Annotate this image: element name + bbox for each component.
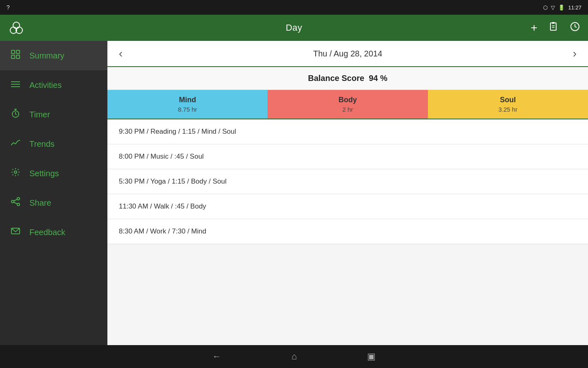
- category-bar-soul[interactable]: Soul 3.25 hr: [428, 90, 588, 119]
- soul-hours: 3.25 hr: [498, 106, 517, 113]
- balance-score-text: Balance Score 94 %: [308, 74, 388, 83]
- svg-point-21: [17, 203, 20, 206]
- sidebar-item-summary[interactable]: Summary: [0, 41, 107, 70]
- mind-hours: 8.75 hr: [178, 106, 197, 113]
- body-hours: 2 hr: [343, 106, 353, 113]
- balance-score-section: Balance Score 94 %: [107, 67, 588, 90]
- recents-button[interactable]: ▣: [361, 348, 382, 365]
- sidebar-item-settings[interactable]: Settings: [0, 159, 107, 188]
- main-layout: Summary Activities Timer: [0, 41, 588, 345]
- svg-point-20: [11, 200, 14, 203]
- date-navigation: ‹ Thu / Aug 28, 2014 ›: [107, 41, 588, 67]
- activities-icon: [10, 80, 21, 90]
- activity-item[interactable]: 9:30 PM / Reading / 1:15 / Mind / Soul: [107, 119, 588, 144]
- category-bar-body[interactable]: Body 2 hr: [267, 90, 428, 119]
- sidebar: Summary Activities Timer: [0, 41, 107, 345]
- category-bar-mind[interactable]: Mind 8.75 hr: [107, 90, 267, 119]
- svg-rect-9: [16, 50, 20, 54]
- app-bar-actions: +: [531, 21, 580, 34]
- svg-point-0: [13, 22, 20, 29]
- bottom-navigation: ← ⌂ ▣: [0, 345, 588, 368]
- soul-label: Soul: [500, 96, 516, 104]
- body-label: Body: [339, 96, 357, 104]
- sidebar-item-label-trends: Trends: [29, 139, 55, 149]
- sidebar-item-label-share: Share: [29, 198, 51, 208]
- sidebar-item-label-summary: Summary: [29, 51, 65, 61]
- app-bar: Day +: [0, 15, 588, 41]
- svg-rect-8: [11, 50, 15, 54]
- svg-point-19: [17, 197, 20, 200]
- wifi-icon: ▽: [551, 4, 555, 11]
- sidebar-item-label-activities: Activities: [29, 81, 62, 90]
- battery-icon: 🔋: [558, 4, 565, 11]
- trends-icon: [10, 139, 21, 149]
- settings-icon: [10, 168, 21, 179]
- clipboard-button[interactable]: [549, 22, 559, 34]
- add-button[interactable]: +: [531, 21, 537, 34]
- svg-rect-4: [552, 22, 555, 24]
- sidebar-item-label-timer: Timer: [29, 110, 50, 119]
- timer-icon: [10, 109, 21, 120]
- svg-point-18: [14, 171, 17, 173]
- svg-rect-3: [550, 23, 556, 30]
- clock-button[interactable]: [570, 22, 580, 34]
- bluetooth-icon: ⬡: [543, 4, 548, 11]
- share-icon: [10, 197, 21, 209]
- back-button[interactable]: ←: [206, 348, 228, 365]
- page-title: Day: [286, 22, 303, 33]
- feedback-icon: [10, 227, 21, 238]
- sidebar-item-share[interactable]: Share: [0, 188, 107, 218]
- summary-icon: [10, 50, 21, 61]
- svg-line-23: [14, 202, 17, 204]
- status-right-icons: ⬡ ▽ 🔋 11:27: [543, 4, 581, 11]
- content-area: ‹ Thu / Aug 28, 2014 › Balance Score 94 …: [107, 41, 588, 345]
- sidebar-item-feedback[interactable]: Feedback: [0, 218, 107, 247]
- next-date-button[interactable]: ›: [570, 44, 580, 63]
- current-date: Thu / Aug 28, 2014: [313, 49, 382, 58]
- sidebar-item-label-settings: Settings: [29, 169, 59, 178]
- status-time: 11:27: [568, 4, 581, 11]
- svg-rect-10: [11, 55, 15, 58]
- home-button[interactable]: ⌂: [285, 348, 303, 365]
- sidebar-item-trends[interactable]: Trends: [0, 129, 107, 159]
- status-bar: ? ⬡ ▽ 🔋 11:27: [0, 0, 588, 15]
- sidebar-item-activities[interactable]: Activities: [0, 70, 107, 100]
- sidebar-item-timer[interactable]: Timer: [0, 100, 107, 129]
- sidebar-item-label-feedback: Feedback: [29, 228, 65, 237]
- category-bars: Mind 8.75 hr Body 2 hr Soul 3.25 hr: [107, 90, 588, 119]
- prev-date-button[interactable]: ‹: [116, 44, 126, 63]
- app-logo: [8, 20, 24, 36]
- svg-line-22: [14, 200, 17, 201]
- activity-item[interactable]: 5:30 PM / Yoga / 1:15 / Body / Soul: [107, 169, 588, 194]
- activity-item[interactable]: 8:00 PM / Music / :45 / Soul: [107, 144, 588, 169]
- status-question-icon: ?: [7, 4, 10, 11]
- activity-item[interactable]: 11:30 AM / Walk / :45 / Body: [107, 194, 588, 219]
- activity-item[interactable]: 8:30 AM / Work / 7:30 / Mind: [107, 219, 588, 244]
- svg-rect-11: [16, 55, 20, 58]
- activity-list: 9:30 PM / Reading / 1:15 / Mind / Soul 8…: [107, 119, 588, 345]
- mind-label: Mind: [179, 96, 196, 104]
